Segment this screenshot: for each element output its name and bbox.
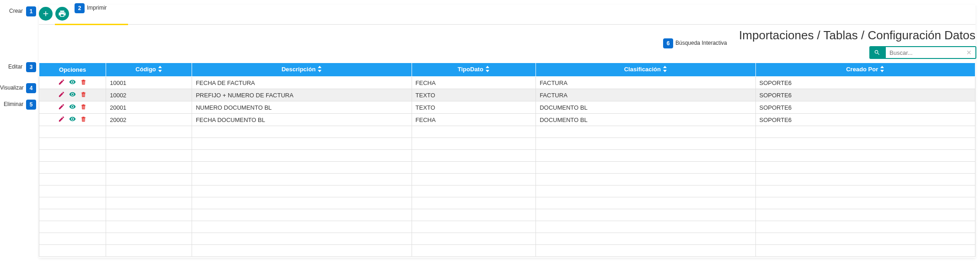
search-icon	[874, 49, 880, 56]
cell-descripcion: FECHA DE FACTURA	[192, 77, 412, 89]
callout-1-badge: 1	[26, 6, 36, 16]
callout-5-badge: 5	[26, 100, 36, 110]
cell-tipodato: FECHA	[412, 77, 536, 89]
decorative-underline	[55, 24, 128, 25]
table-header-row: Opciones Código Descripción TipoDato Cla…	[39, 63, 975, 77]
print-button[interactable]	[55, 7, 69, 21]
sort-icon	[158, 66, 162, 74]
callout-6-label: Búsqueda Interactiva	[675, 40, 727, 46]
table-row: 10001 FECHA DE FACTURA FECHA FACTURA SOP…	[39, 77, 975, 89]
edit-icon[interactable]	[58, 91, 65, 99]
callout-2-badge: 2	[75, 3, 85, 13]
printer-icon	[58, 10, 66, 18]
cell-creadopor: SOPORTE6	[755, 101, 975, 114]
table-row: 20001 NUMERO DOCUMENTO BL TEXTO DOCUMENT…	[39, 101, 975, 114]
search-clear-icon[interactable]: ✕	[966, 49, 975, 56]
search-button[interactable]	[869, 46, 885, 59]
cell-descripcion: FECHA DOCUMENTO BL	[192, 114, 412, 126]
cell-creadopor: SOPORTE6	[755, 77, 975, 89]
create-button[interactable]	[39, 7, 53, 21]
callout-1-label: Crear	[9, 8, 23, 14]
sort-icon	[485, 66, 490, 74]
cell-codigo: 10001	[106, 77, 192, 89]
table-row-empty	[39, 126, 975, 138]
cell-creadopor: SOPORTE6	[755, 89, 975, 101]
cell-codigo: 20001	[106, 101, 192, 114]
table-row-empty	[39, 245, 975, 257]
header-tipodato[interactable]: TipoDato	[412, 63, 536, 77]
opciones-cell	[39, 77, 106, 89]
delete-icon[interactable]	[80, 91, 87, 99]
main-container: Importaciones / Tablas / Configuración D…	[39, 5, 975, 258]
cell-clasificacion: FACTURA	[536, 77, 755, 89]
callout-4-badge: 4	[26, 83, 36, 93]
table-row-empty	[39, 209, 975, 221]
cell-clasificacion: FACTURA	[536, 89, 755, 101]
delete-icon[interactable]	[80, 103, 87, 111]
cell-tipodato: FECHA	[412, 114, 536, 126]
opciones-cell	[39, 89, 106, 101]
table-row-empty	[39, 233, 975, 245]
cell-codigo: 10002	[106, 89, 192, 101]
toolbar	[39, 5, 975, 25]
edit-icon[interactable]	[58, 103, 65, 111]
view-icon[interactable]	[69, 103, 76, 111]
cell-descripcion: PREFIJO + NUMERO DE FACTURA	[192, 89, 412, 101]
table-row: 20002 FECHA DOCUMENTO BL FECHA DOCUMENTO…	[39, 114, 975, 126]
header-codigo[interactable]: Código	[106, 63, 192, 77]
opciones-cell	[39, 101, 106, 114]
cell-tipodato: TEXTO	[412, 101, 536, 114]
callout-3-badge: 3	[26, 62, 36, 72]
cell-descripcion: NUMERO DOCUMENTO BL	[192, 101, 412, 114]
view-icon[interactable]	[69, 91, 76, 99]
delete-icon[interactable]	[80, 79, 87, 87]
table-row-empty	[39, 221, 975, 233]
search-row: ✕	[39, 46, 975, 59]
table-row-empty	[39, 197, 975, 209]
plus-icon	[42, 10, 50, 18]
edit-icon[interactable]	[58, 79, 65, 87]
sort-icon	[663, 66, 667, 74]
table-row-empty	[39, 185, 975, 197]
table-row-empty	[39, 162, 975, 174]
table-row-empty	[39, 150, 975, 162]
opciones-cell	[39, 114, 106, 126]
edit-icon[interactable]	[58, 116, 65, 124]
header-opciones[interactable]: Opciones	[39, 63, 106, 77]
callout-4-label: Visualizar	[0, 85, 24, 91]
search-input[interactable]	[885, 46, 976, 59]
cell-tipodato: TEXTO	[412, 89, 536, 101]
sort-icon	[880, 66, 884, 74]
view-icon[interactable]	[69, 79, 76, 87]
cell-creadopor: SOPORTE6	[755, 114, 975, 126]
delete-icon[interactable]	[80, 116, 87, 124]
sort-icon	[317, 66, 322, 74]
cell-clasificacion: DOCUMENTO BL	[536, 101, 755, 114]
header-clasificacion[interactable]: Clasificación	[536, 63, 755, 77]
header-descripcion[interactable]: Descripción	[192, 63, 412, 77]
cell-clasificacion: DOCUMENTO BL	[536, 114, 755, 126]
table-row: 10002 PREFIJO + NUMERO DE FACTURA TEXTO …	[39, 89, 975, 101]
table-row-empty	[39, 174, 975, 185]
table-body: 10001 FECHA DE FACTURA FECHA FACTURA SOP…	[39, 77, 975, 257]
callout-6-badge: 6	[663, 38, 673, 48]
view-icon[interactable]	[69, 116, 76, 124]
table-row-empty	[39, 138, 975, 150]
header-creadopor[interactable]: Creado Por	[755, 63, 975, 77]
data-table: Opciones Código Descripción TipoDato Cla…	[39, 63, 975, 257]
callout-2-label: Imprimir	[87, 5, 107, 11]
callout-3-label: Editar	[8, 64, 22, 70]
callout-5-label: Eliminar	[4, 101, 23, 107]
page-title: Importaciones / Tablas / Configuración D…	[39, 28, 975, 42]
cell-codigo: 20002	[106, 114, 192, 126]
